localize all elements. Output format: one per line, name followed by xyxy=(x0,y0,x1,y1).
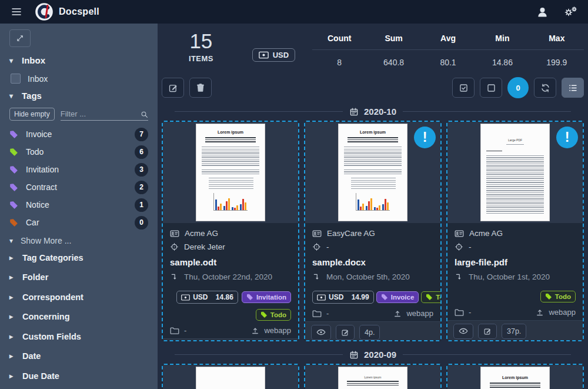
inbox-filter-item[interactable]: Inbox xyxy=(11,74,148,84)
sidebar-tag-invitation[interactable]: Invitation 3 xyxy=(9,161,148,178)
sidebar-tag-invoice[interactable]: Invoice 7 xyxy=(9,125,148,143)
edit-selected-button[interactable] xyxy=(162,78,184,98)
folder-icon xyxy=(312,308,322,318)
delete-selected-button[interactable] xyxy=(189,78,212,98)
item-title[interactable]: sample.odt xyxy=(170,257,291,267)
tag-badge-todo[interactable]: Todo xyxy=(540,291,576,302)
source-value: webapp xyxy=(264,326,291,335)
tag-icon xyxy=(9,200,18,210)
inbox-section-header[interactable]: ▾ Inbox xyxy=(9,55,148,65)
sidebar-item-folder[interactable]: ▸ Folder xyxy=(9,268,148,288)
selection-toolbar: 0 xyxy=(162,77,584,98)
preview-heading: Lorem ipsum xyxy=(344,375,402,379)
concerning-icon xyxy=(312,242,321,251)
item-date: Thu, October 1st, 2020 xyxy=(469,272,550,281)
folder-value: - xyxy=(469,308,471,317)
item-title[interactable]: large-file.pdf xyxy=(455,257,576,267)
month-group-header: 2020-09 xyxy=(175,349,571,360)
stats-value-avg: 80.1 xyxy=(421,58,475,67)
preview-heading: Lorem ipsum xyxy=(344,130,402,134)
chevron-right-icon: ▸ xyxy=(9,372,15,380)
tag-icon xyxy=(9,165,18,175)
stats-header-avg: Avg xyxy=(421,34,475,43)
item-preview[interactable]: Lorem ipsum xyxy=(305,365,440,389)
edit-item-button[interactable] xyxy=(478,324,497,339)
item-card[interactable] xyxy=(162,364,299,389)
item-card-sample-docx[interactable]: ! Lorem ipsum xyxy=(304,121,442,341)
item-preview[interactable]: Lorem ipsum xyxy=(447,365,583,389)
stats-header-min: Min xyxy=(475,34,529,43)
sidebar-item-custom-fields[interactable]: ▸ Custom Fields xyxy=(9,327,148,347)
tag-icon xyxy=(9,147,18,157)
tag-filter-field[interactable] xyxy=(61,108,148,121)
settings-cogs-icon[interactable] xyxy=(563,6,577,18)
select-none-button[interactable] xyxy=(480,78,502,98)
sidebar-tag-contract[interactable]: Contract 2 xyxy=(9,178,148,196)
preview-eye-button[interactable] xyxy=(311,325,331,340)
list-view-toggle-button[interactable] xyxy=(562,78,584,98)
calendar-icon xyxy=(349,349,359,360)
tag-count-badge: 2 xyxy=(135,181,148,194)
edit-item-button[interactable] xyxy=(336,325,355,340)
item-card-large-file-pdf[interactable]: ! Large PDF Acme AG xyxy=(446,121,584,341)
tag-badge-todo[interactable]: Todo xyxy=(256,309,291,321)
user-icon[interactable] xyxy=(537,6,548,17)
stats-header-sum: Sum xyxy=(366,34,420,43)
concerning-icon xyxy=(455,242,463,251)
refresh-button[interactable] xyxy=(534,78,556,98)
sidebar-item-tag-categories[interactable]: ▸ Tag Categories xyxy=(9,248,148,268)
correspondent-icon xyxy=(170,229,179,238)
upload-source-icon xyxy=(251,325,259,335)
tag-badge-todo[interactable]: Todo xyxy=(421,291,442,303)
chevron-right-icon: ▸ xyxy=(9,273,15,281)
select-all-button[interactable] xyxy=(452,78,475,98)
correspondent-icon xyxy=(312,229,322,238)
tag-count-badge: 3 xyxy=(135,163,148,177)
sidebar-item-due-date[interactable]: ▸ Due Date xyxy=(9,366,148,386)
item-title[interactable]: sample.docx xyxy=(312,257,433,267)
hide-empty-button[interactable]: Hide empty xyxy=(9,108,55,121)
sidebar-tag-car[interactable]: Car 0 xyxy=(9,214,148,231)
upload-source-icon xyxy=(393,308,402,318)
item-card-grid: Lorem ipsum xyxy=(162,121,584,341)
folder-value: - xyxy=(184,326,186,335)
tag-badge-invitation[interactable]: Invitation xyxy=(242,291,291,303)
sidebar-item-source[interactable]: ▸ Source xyxy=(9,386,148,389)
item-card-grid: Lorem ipsum Lorem ipsum xyxy=(162,364,584,389)
source-value: webapp xyxy=(549,308,576,317)
item-card[interactable]: Lorem ipsum xyxy=(446,364,584,389)
sidebar-item-date[interactable]: ▸ Date xyxy=(9,347,148,367)
sidebar-tag-notice[interactable]: Notice 1 xyxy=(9,196,148,214)
tag-filter-input[interactable] xyxy=(61,109,148,118)
docspell-logo-icon[interactable] xyxy=(35,3,53,21)
correspondent-icon xyxy=(455,229,464,238)
chevron-down-icon: ▾ xyxy=(9,92,15,100)
inbox-checkbox[interactable] xyxy=(11,74,21,84)
preview-chart xyxy=(213,193,248,211)
collapse-sidebar-button[interactable] xyxy=(9,29,31,47)
tag-count-badge: 0 xyxy=(135,216,148,230)
item-card-sample-odt[interactable]: Lorem ipsum xyxy=(162,121,299,341)
menu-icon[interactable] xyxy=(11,6,22,18)
chevron-right-icon: ▸ xyxy=(9,352,15,360)
item-preview[interactable] xyxy=(163,365,298,389)
chevron-down-icon: ▾ xyxy=(9,237,15,245)
stats-table: Count Sum Avg Min Max 8 640.8 80.1 14.86… xyxy=(312,29,584,67)
sidebar-item-concerning[interactable]: ▸ Concerning xyxy=(9,307,148,327)
search-sidebar: ▾ Inbox Inbox ▾ Tags Hide empty In xyxy=(0,24,158,389)
concerning-name: Derek Jeter xyxy=(184,242,225,251)
item-card[interactable]: Lorem ipsum xyxy=(304,364,442,389)
stats-header-max: Max xyxy=(530,34,584,43)
tag-badge-invoice[interactable]: Invoice xyxy=(376,291,419,303)
preview-eye-button[interactable] xyxy=(453,324,473,339)
search-icon xyxy=(141,109,148,118)
correspondent-name: EasyCare AG xyxy=(327,229,375,238)
tag-icon xyxy=(9,182,18,192)
sidebar-item-correspondent[interactable]: ▸ Correspondent xyxy=(9,287,148,307)
show-more-tags-link[interactable]: ▾ Show More ... xyxy=(9,236,148,245)
app-title: Docspell xyxy=(59,6,99,17)
sidebar-tag-todo[interactable]: Todo 6 xyxy=(9,143,148,161)
item-preview[interactable]: Lorem ipsum xyxy=(163,122,298,223)
concerning-name: - xyxy=(326,242,329,251)
tags-section-header[interactable]: ▾ Tags xyxy=(9,91,148,101)
